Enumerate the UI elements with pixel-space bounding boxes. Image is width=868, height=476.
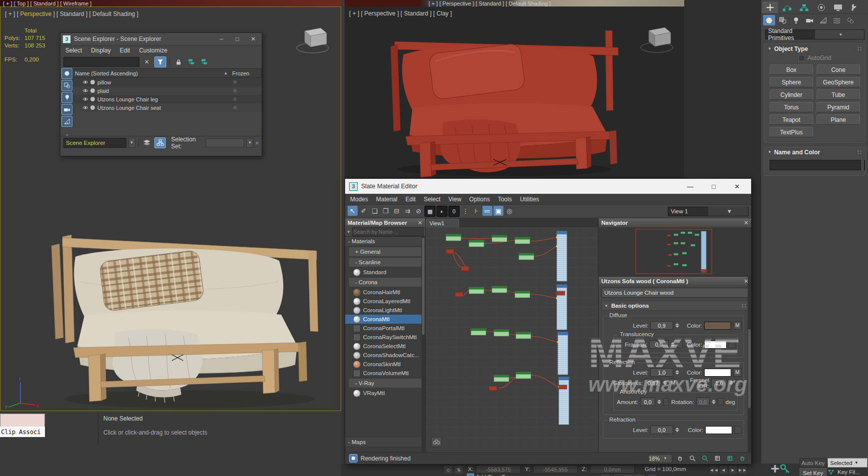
anisotropy-amount-map-slot[interactable]: [663, 398, 669, 406]
browser-node-coronahairmtl[interactable]: CoronaHairMtl: [345, 288, 425, 297]
layout-children-icon[interactable]: ⊦: [471, 206, 481, 216]
visibility-eye-icon[interactable]: [81, 80, 89, 84]
scene-explorer-titlebar[interactable]: 3 Scene Explorer - Scene Explorer – □ ✕: [60, 33, 262, 45]
slate-menu-modes[interactable]: Modes: [350, 196, 368, 203]
spinner-arrows[interactable]: [675, 428, 680, 432]
rotation-field[interactable]: 0,0: [696, 398, 710, 406]
browser-node-coronaselectmtl[interactable]: CoronaSelectMtl: [345, 342, 425, 351]
scene-explorer-menu-customize[interactable]: Customize: [139, 47, 167, 54]
pick-material-from-object-icon[interactable]: ✐: [359, 206, 369, 216]
spinner-arrows[interactable]: [712, 400, 716, 404]
zoom-region-icon[interactable]: [700, 454, 710, 463]
space-warps-category-icon[interactable]: [831, 15, 843, 25]
top-viewport-sliver[interactable]: [ + ] [ Top ] [ Standard ] [ Wireframe ]: [0, 0, 341, 6]
set-keys-button[interactable]: +: [771, 461, 797, 476]
reflection-color-map-button[interactable]: M: [733, 368, 742, 377]
hide-unused-nodeslots-icon[interactable]: ⊘: [414, 206, 424, 216]
motion-tab[interactable]: [813, 1, 829, 13]
spinner-arrows[interactable]: [663, 381, 667, 385]
move-children-icon[interactable]: ⇉: [403, 206, 413, 216]
translucency-fraction-field[interactable]: 0,0: [649, 340, 669, 349]
renderable-dot-icon[interactable]: [90, 97, 95, 101]
utilities-tab[interactable]: [847, 1, 863, 13]
spinner-arrows[interactable]: [675, 370, 680, 375]
hierarchy-tab[interactable]: [796, 1, 812, 13]
reflection-level-field[interactable]: 1,0: [650, 368, 673, 377]
anisotropy-amount-field[interactable]: 0,0: [640, 398, 655, 406]
explorer-preset-dropdown[interactable]: Scene Explorer: [63, 138, 126, 148]
footer-overflow-chevron-icon[interactable]: »: [255, 139, 259, 146]
primitive-torus-button[interactable]: Torus: [770, 102, 813, 112]
browser-node-coronarayswitchmtl[interactable]: CoronaRaySwitchMtl: [345, 333, 425, 342]
scene-explorer-column-header[interactable]: Name (Sorted Ascending) ▲ Frozen: [72, 68, 262, 78]
key-filters-icon[interactable]: [828, 469, 835, 475]
maxscript-listener-line[interactable]: Clip Associ: [0, 427, 45, 437]
reflection-color-swatch[interactable]: [704, 369, 731, 377]
close-panel-icon[interactable]: ✕: [744, 219, 749, 226]
rotation-map-slot[interactable]: [718, 398, 724, 406]
minimize-button[interactable]: –: [215, 35, 228, 42]
lounge-chair-render[interactable]: [44, 207, 324, 412]
viewcube[interactable]: [637, 21, 677, 56]
systems-category-icon[interactable]: [844, 15, 856, 25]
assign-material-to-selection-icon[interactable]: ❐: [381, 206, 391, 216]
pan-all-icon[interactable]: [738, 454, 747, 463]
slate-menu-view[interactable]: View: [448, 196, 461, 203]
browser-node-coronamtl[interactable]: CoronaMtl: [345, 315, 425, 324]
primitive-teapot-button[interactable]: Teapot: [770, 114, 813, 125]
primitive-plane-button[interactable]: Plane: [817, 114, 860, 125]
primitive-cone-button[interactable]: Cone: [817, 64, 860, 75]
y-coordinate-field[interactable]: -5545,955: [533, 465, 578, 474]
object-type-rollout-header[interactable]: ▼Object Type∷: [765, 44, 865, 53]
display-helpers-icon[interactable]: [61, 116, 72, 127]
set-key-button[interactable]: Set Key: [800, 468, 827, 476]
show-backlight-icon[interactable]: ◐: [436, 206, 447, 217]
scene-explorer-menu-display[interactable]: Display: [91, 47, 110, 54]
scene-explorer-row-utzons-lounge-chair-leg[interactable]: Utzons Lounge Chair leg: [72, 95, 262, 103]
browser-node-corona[interactable]: - Corona: [349, 277, 424, 287]
translucency-color-swatch[interactable]: [704, 341, 727, 349]
browser-search-input[interactable]: [352, 227, 424, 236]
scene-explorer-search-input[interactable]: [63, 57, 139, 67]
show-parameter-list-icon[interactable]: ≔: [482, 206, 492, 216]
modify-tab[interactable]: [779, 1, 795, 13]
scene-explorer-menu-edit[interactable]: Edit: [120, 47, 130, 54]
lounge-chair-clay-render[interactable]: [380, 15, 629, 180]
browser-node-coronalightmtl[interactable]: CoronaLightMtl: [345, 306, 425, 315]
zoom-extents-selected-icon[interactable]: [725, 454, 735, 463]
zoom-extents-icon[interactable]: [713, 454, 722, 463]
slate-menu-material[interactable]: Material: [376, 196, 398, 203]
frozen-state-icon[interactable]: [227, 80, 262, 84]
time-configuration-icon[interactable]: ◔: [648, 474, 657, 476]
z-coordinate-field[interactable]: 0,0mm: [590, 465, 635, 474]
display-geometry-icon[interactable]: [61, 68, 72, 79]
primitive-category-dropdown[interactable]: Standard Primitives ▼: [765, 29, 865, 39]
collapse-hierarchy-icon[interactable]: [199, 57, 210, 67]
slate-menu-utilities[interactable]: Utilities: [520, 196, 539, 203]
diffuse-map-button[interactable]: M: [733, 321, 742, 330]
navigator-minimap[interactable]: [599, 227, 751, 276]
selection-set-dropdown[interactable]: [206, 138, 244, 147]
browser-node-coronaskinmtl[interactable]: CoronaSkinMtl: [345, 360, 425, 369]
browser-node-materials[interactable]: - Materials: [345, 237, 425, 246]
spinner-arrows[interactable]: [657, 400, 661, 404]
display-lights-icon[interactable]: [61, 92, 72, 103]
maximize-button[interactable]: □: [704, 183, 724, 190]
lights-category-icon[interactable]: [790, 15, 802, 25]
object-name-input[interactable]: [770, 160, 861, 170]
close-button[interactable]: ✕: [727, 183, 747, 190]
primitive-box-button[interactable]: Box: [770, 64, 813, 75]
fresnel-ior-field[interactable]: 1,6: [711, 379, 727, 387]
browser-node-v-ray[interactable]: - V-Ray: [349, 378, 424, 388]
find-node-binoculars-icon[interactable]: [431, 437, 442, 447]
scene-explorer-row-pillow[interactable]: pillow: [72, 78, 262, 86]
go-to-start-icon[interactable]: ◄◄: [709, 465, 719, 475]
primitive-sphere-button[interactable]: Sphere: [770, 77, 813, 87]
primitive-cylinder-button[interactable]: Cylinder: [770, 89, 813, 100]
primitive-tube-button[interactable]: Tube: [817, 89, 860, 100]
browser-node-vraymtl[interactable]: VRayMtl: [345, 389, 425, 398]
slate-menu-edit[interactable]: Edit: [406, 196, 416, 203]
hierarchy-explorer-icon[interactable]: [154, 137, 166, 148]
select-tool-icon[interactable]: ↖: [348, 206, 358, 216]
viewport-pov-label[interactable]: Perspective: [20, 10, 51, 17]
